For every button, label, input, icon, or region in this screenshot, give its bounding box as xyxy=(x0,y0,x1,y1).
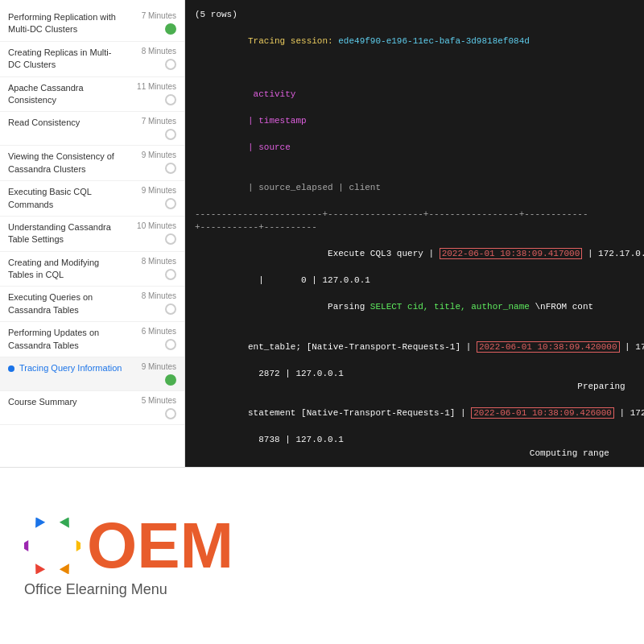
terminal-line8: 8738 | 127.0.0.1 xyxy=(195,433,634,447)
svg-marker-3 xyxy=(60,564,74,574)
sidebar-item-executing-basic-cql[interactable]: Executing Basic CQL Commands9 Minutes xyxy=(0,181,184,217)
terminal-line10: s to query [Native-Transport-Requests-1]… xyxy=(195,460,634,467)
status-circle xyxy=(165,408,176,419)
terminal-line2: | 0 | 127.0.0.1 xyxy=(195,274,634,287)
oem-logo-row: O E M xyxy=(24,514,233,578)
terminal-line3: Parsing SELECT cid, title, author_name \… xyxy=(195,287,634,328)
svg-marker-1 xyxy=(60,518,74,528)
oem-letter-m: M xyxy=(180,514,234,578)
top-section: Performing Replication with Multi-DC Clu… xyxy=(0,0,644,467)
status-circle xyxy=(165,23,176,35)
status-circle xyxy=(165,303,176,315)
terminal-line5: 2872 | 127.0.0.1 xyxy=(195,367,634,381)
sidebar-item-apache-cassandra-consistency[interactable]: Apache Cassandra Consistency11 Minutes xyxy=(0,77,184,113)
sidebar-item-tracing-query-information[interactable]: Tracing Query Information9 Minutes xyxy=(0,357,184,391)
sidebar-item-label: Creating Replicas in Multi-DC Clusters xyxy=(8,47,123,72)
sidebar-item-minutes: 5 Minutes xyxy=(142,396,176,405)
terminal-line6: Preparing xyxy=(195,380,634,394)
status-circle xyxy=(165,59,176,70)
status-circle xyxy=(165,129,176,140)
sidebar-item-understanding-table-settings[interactable]: Understanding Cassandra Table Settings10… xyxy=(0,217,184,252)
terminal-line4: ent_table; [Native-Transport-Requests-1]… xyxy=(195,327,634,367)
svg-marker-2 xyxy=(76,540,80,551)
status-circle xyxy=(165,163,176,174)
sidebar-item-course-summary[interactable]: Course Summary5 Minutes xyxy=(0,391,184,425)
sidebar-item-minutes: 8 Minutes xyxy=(142,47,176,56)
sidebar-item-viewing-consistency[interactable]: Viewing the Consistency of Cassandra Clu… xyxy=(0,146,184,181)
sidebar-item-executing-queries[interactable]: Executing Queries on Cassandra Tables8 M… xyxy=(0,287,184,322)
sidebar-item-replication-multi-dc[interactable]: Performing Replication with Multi-DC Clu… xyxy=(0,6,184,42)
oem-letter-e: E xyxy=(137,514,180,578)
terminal-line9: Computing range xyxy=(195,447,634,460)
terminal-blank1 xyxy=(195,61,634,75)
status-circle xyxy=(165,94,176,105)
sidebar[interactable]: Performing Replication with Multi-DC Clu… xyxy=(0,0,185,467)
oem-branding-section: O E M Office Elearning Menu xyxy=(0,467,644,644)
sidebar-item-label: Course Summary xyxy=(8,396,123,408)
sidebar-item-minutes: 7 Minutes xyxy=(142,11,176,20)
terminal-col-headers2: | source_elapsed | client xyxy=(195,167,634,208)
sidebar-item-minutes: 9 Minutes xyxy=(142,186,176,195)
sidebar-item-label: Read Consistency xyxy=(8,117,123,129)
sidebar-item-label: Understanding Cassandra Table Settings xyxy=(8,221,123,246)
oem-arrows-icon xyxy=(24,518,80,574)
sidebar-item-label: Performing Replication with Multi-DC Clu… xyxy=(8,11,123,36)
app-container: Performing Replication with Multi-DC Clu… xyxy=(0,0,644,644)
svg-marker-4 xyxy=(31,564,45,574)
sidebar-item-label: Performing Updates on Cassandra Tables xyxy=(8,327,123,352)
terminal-line7: statement [Native-Transport-Requests-1] … xyxy=(195,394,634,434)
oem-letters: O E M xyxy=(87,514,233,578)
video-area: (5 rows) Tracing session: ede49f90-e196-… xyxy=(185,0,644,467)
sidebar-item-minutes: 8 Minutes xyxy=(142,257,176,266)
sidebar-item-label: Viewing the Consistency of Cassandra Clu… xyxy=(8,151,123,175)
sidebar-item-creating-modifying-cql[interactable]: Creating and Modifying Tables in CQL8 Mi… xyxy=(0,252,184,287)
svg-marker-5 xyxy=(24,540,28,551)
sidebar-item-label: Executing Basic CQL Commands xyxy=(8,186,123,211)
svg-marker-0 xyxy=(31,518,45,528)
sidebar-item-performing-updates[interactable]: Performing Updates on Cassandra Tables6 … xyxy=(0,322,184,357)
status-circle xyxy=(165,233,176,245)
terminal-col-headers: activity | timestamp | source xyxy=(195,75,634,168)
terminal-content: (5 rows) Tracing session: ede49f90-e196-… xyxy=(185,0,644,467)
terminal-separator2: +-----------+---------- xyxy=(195,221,634,234)
sidebar-item-minutes: 9 Minutes xyxy=(142,151,176,159)
sidebar-item-minutes: 8 Minutes xyxy=(142,291,176,300)
sidebar-item-label: Tracing Query Information xyxy=(19,362,123,374)
status-circle xyxy=(165,269,176,280)
sidebar-item-label: Creating and Modifying Tables in CQL xyxy=(8,257,123,282)
status-circle xyxy=(165,339,176,350)
sidebar-item-minutes: 7 Minutes xyxy=(142,117,176,126)
status-circle xyxy=(165,198,176,209)
sidebar-item-label: Executing Queries on Cassandra Tables xyxy=(8,291,123,316)
terminal-separator1: ------------------------+---------------… xyxy=(195,208,634,221)
terminal-tracing-session: Tracing session: ede49f90-e196-11ec-bafa… xyxy=(195,22,634,62)
sidebar-item-creating-replicas-multi-dc[interactable]: Creating Replicas in Multi-DC Clusters8 … xyxy=(0,42,184,77)
terminal-rows-line: (5 rows) xyxy=(195,8,634,22)
sidebar-item-label: Apache Cassandra Consistency xyxy=(8,82,123,107)
status-circle xyxy=(165,374,176,386)
sidebar-item-minutes: 6 Minutes xyxy=(142,327,176,336)
active-indicator xyxy=(8,365,14,372)
sidebar-item-minutes: 9 Minutes xyxy=(142,362,176,371)
terminal-line1: Execute CQL3 query | 2022-06-01 10:38:09… xyxy=(195,234,634,275)
oem-letter-o: O xyxy=(87,514,137,578)
sidebar-item-read-consistency[interactable]: Read Consistency7 Minutes xyxy=(0,112,184,146)
sidebar-item-minutes: 11 Minutes xyxy=(137,82,176,91)
sidebar-item-minutes: 10 Minutes xyxy=(137,221,176,230)
oem-subtitle: Office Elearning Menu xyxy=(24,581,167,598)
